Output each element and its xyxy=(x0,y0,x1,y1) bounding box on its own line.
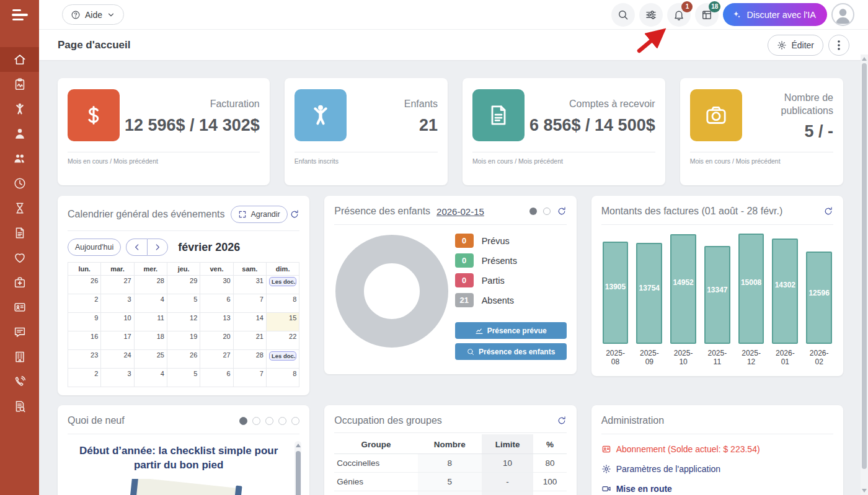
calendar-day-cell[interactable]: 30 xyxy=(200,276,233,294)
calendar-day-cell[interactable]: 23 xyxy=(68,350,101,369)
sidebar-item-activities[interactable] xyxy=(0,72,39,97)
calendar-day-cell[interactable]: 9 xyxy=(68,313,101,331)
calendar-day-cell[interactable]: Les doc... xyxy=(266,350,299,369)
bar-2026-02[interactable]: 12596 xyxy=(806,252,832,344)
calendar-day-cell[interactable]: 31 xyxy=(233,276,266,294)
calendar-day-cell[interactable]: 15 xyxy=(266,313,299,331)
calendar-day-cell[interactable]: 11 xyxy=(134,313,167,331)
today-button[interactable]: Aujourd'hui xyxy=(68,239,121,256)
sidebar-item-schedule[interactable] xyxy=(0,171,39,196)
calendar-day-cell[interactable]: 7 xyxy=(233,294,266,313)
calendar-day-cell[interactable]: 3 xyxy=(101,294,134,313)
article-title[interactable]: Début d’année: la checklist simple pour … xyxy=(74,444,283,473)
calendar-day-cell[interactable]: 8 xyxy=(266,369,299,387)
sidebar-item-children[interactable] xyxy=(0,97,39,121)
sidebar-item-educators[interactable] xyxy=(0,121,39,146)
calendar-day-cell[interactable]: 7 xyxy=(233,369,266,387)
presence-action-button[interactable]: Présence des enfants xyxy=(455,343,567,360)
bar-2025-09[interactable]: 13754 xyxy=(636,243,662,344)
calendar-event-chip[interactable]: Les doc... xyxy=(269,351,296,361)
calendar-day-cell[interactable]: 5 xyxy=(167,369,200,387)
next-month-button[interactable] xyxy=(147,239,168,256)
news-dot-4[interactable] xyxy=(291,417,299,425)
settings-sliders-button[interactable] xyxy=(639,3,663,27)
group-name-link[interactable]: Coccinelles xyxy=(334,454,418,473)
enlarge-button[interactable]: Agrandir xyxy=(231,206,287,223)
calendar-event-chip[interactable]: Les doc... xyxy=(269,277,296,286)
calendar-day-cell[interactable]: 2 xyxy=(68,369,101,387)
sidebar-item-reports[interactable] xyxy=(0,394,39,419)
calendar-day-cell[interactable]: 17 xyxy=(101,331,134,350)
prev-month-button[interactable] xyxy=(126,239,147,256)
calendar-day-cell[interactable]: 29 xyxy=(167,276,200,294)
presence-date-link[interactable]: 2026-02-15 xyxy=(436,206,484,217)
more-options-button[interactable] xyxy=(828,35,849,56)
news-scrollbar[interactable] xyxy=(294,441,301,495)
calendar-day-cell[interactable]: 28 xyxy=(134,276,167,294)
bar-2025-12[interactable]: 15008 xyxy=(738,234,764,344)
calendar-day-cell[interactable]: 16 xyxy=(68,331,101,350)
presence-toggle-dot-filled[interactable] xyxy=(529,208,537,215)
calendar-day-cell[interactable]: 4 xyxy=(134,369,167,387)
edit-button[interactable]: Éditer xyxy=(768,35,823,56)
news-dot-1[interactable] xyxy=(252,417,260,425)
sidebar-item-medical[interactable] xyxy=(0,270,39,295)
news-dot-2[interactable] xyxy=(265,417,273,425)
chart-refresh-button[interactable] xyxy=(823,206,833,216)
bar-2025-08[interactable]: 13905 xyxy=(603,242,629,344)
admin-link[interactable]: Paramètres de l'application xyxy=(601,464,833,474)
calendar-day-cell[interactable]: 24 xyxy=(101,350,134,369)
admin-link[interactable]: Mise en route xyxy=(601,484,833,494)
calendar-day-cell[interactable]: 25 xyxy=(134,350,167,369)
calendar-day-cell[interactable]: 12 xyxy=(167,313,200,331)
sidebar-item-health[interactable] xyxy=(0,245,39,270)
calendar-day-cell[interactable]: Les doc... xyxy=(266,276,299,294)
search-button[interactable] xyxy=(611,3,635,27)
calendar-day-cell[interactable]: 2 xyxy=(68,294,101,313)
presence-action-button[interactable]: Présence prévue xyxy=(455,322,567,339)
calendar-day-cell[interactable]: 6 xyxy=(200,294,233,313)
calendar-day-cell[interactable]: 27 xyxy=(101,276,134,294)
calendar-day-cell[interactable]: 14 xyxy=(233,313,266,331)
help-button[interactable]: Aide xyxy=(62,4,124,25)
calendar-day-cell[interactable]: 8 xyxy=(266,294,299,313)
calendar-day-cell[interactable]: 4 xyxy=(134,294,167,313)
calendar-day-cell[interactable]: 26 xyxy=(167,350,200,369)
notifications-button[interactable]: 1 xyxy=(667,3,691,27)
presence-toggle-dot-empty[interactable] xyxy=(543,208,551,215)
menu-toggle-button[interactable] xyxy=(0,0,39,30)
sidebar-item-invoices[interactable] xyxy=(0,221,39,245)
groups-refresh-button[interactable] xyxy=(557,416,567,426)
group-name-link[interactable]: Papillons xyxy=(334,491,418,495)
calendar-button[interactable]: 18 xyxy=(695,3,719,27)
calendar-refresh-button[interactable] xyxy=(290,209,299,219)
bar-2025-10[interactable]: 14952 xyxy=(670,234,696,344)
calendar-day-cell[interactable]: 13 xyxy=(200,313,233,331)
sidebar-item-waiting-list[interactable] xyxy=(0,196,39,221)
calendar-day-cell[interactable]: 27 xyxy=(200,350,233,369)
page-scrollbar-thumb[interactable] xyxy=(862,63,867,469)
calendar-day-cell[interactable]: 26 xyxy=(68,276,101,294)
sidebar-item-messages[interactable] xyxy=(0,320,39,344)
bar-2025-11[interactable]: 13347 xyxy=(704,246,730,344)
sidebar-item-establishment[interactable] xyxy=(0,344,39,369)
page-scrollbar[interactable] xyxy=(861,55,868,495)
sidebar-item-groups[interactable] xyxy=(0,146,39,171)
calendar-day-cell[interactable]: 18 xyxy=(134,331,167,350)
avatar[interactable] xyxy=(831,3,854,26)
calendar-day-cell[interactable]: 19 xyxy=(167,331,200,350)
sidebar-item-contacts[interactable] xyxy=(0,295,39,320)
news-dot-0[interactable] xyxy=(239,417,247,425)
calendar-day-cell[interactable]: 3 xyxy=(101,369,134,387)
sidebar-item-calls[interactable] xyxy=(0,369,39,394)
admin-link[interactable]: Abonnement (Solde actuel: $ 223.54) xyxy=(601,444,833,454)
calendar-day-cell[interactable]: 10 xyxy=(101,313,134,331)
bar-2026-01[interactable]: 14302 xyxy=(772,239,798,344)
calendar-day-cell[interactable]: 5 xyxy=(167,294,200,313)
group-name-link[interactable]: Génies xyxy=(334,473,418,491)
calendar-day-cell[interactable]: 20 xyxy=(200,331,233,350)
calendar-day-cell[interactable]: 6 xyxy=(200,369,233,387)
calendar-day-cell[interactable]: 22 xyxy=(266,331,299,350)
calendar-day-cell[interactable]: 21 xyxy=(233,331,266,350)
news-dot-3[interactable] xyxy=(278,417,286,425)
